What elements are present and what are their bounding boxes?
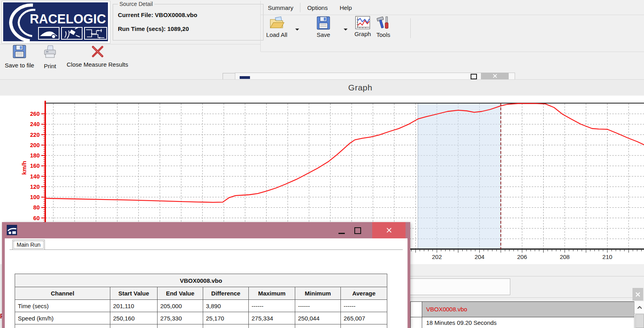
close-red-x-icon bbox=[90, 45, 105, 58]
value-cell: 275,334 bbox=[249, 312, 295, 324]
tools-button[interactable]: Tools bbox=[372, 16, 394, 42]
menu-help[interactable]: Help bbox=[334, 3, 358, 12]
y-axis-label: km/h bbox=[21, 161, 27, 175]
menu-options[interactable]: Options bbox=[301, 3, 334, 12]
y-tick-label: 160 bbox=[30, 163, 40, 169]
save-to-file-label: Save to file bbox=[2, 62, 37, 69]
close-icon bbox=[635, 292, 640, 297]
scrollbar-up-button[interactable] bbox=[634, 301, 644, 314]
logo-satellite-icon bbox=[62, 27, 82, 39]
table-header-row: ChannelStart ValueEnd ValueDifferenceMax… bbox=[15, 287, 387, 300]
column-header: Channel bbox=[15, 287, 110, 300]
print-button[interactable]: Print bbox=[39, 44, 61, 69]
background-window-maximize-button[interactable] bbox=[471, 74, 477, 79]
measure-window-client: Main Run VBOX0008.vboChannelStart ValueE… bbox=[2, 238, 410, 328]
toolbar-bottom-border bbox=[261, 52, 644, 52]
value-cell: 4536,204 bbox=[110, 324, 158, 328]
value-cell: 201,110 bbox=[110, 300, 158, 312]
tools-icon bbox=[376, 16, 391, 30]
measure-results-window: Main Run VBOX0008.vboChannelStart ValueE… bbox=[2, 222, 410, 328]
value-cell: 25,170 bbox=[203, 312, 249, 324]
measure-results-table: VBOX0008.vboChannelStart ValueEnd ValueD… bbox=[15, 274, 387, 328]
value-cell: ------ bbox=[249, 324, 295, 328]
value-cell: ------ bbox=[249, 300, 295, 312]
load-all-dropdown-arrow[interactable] bbox=[295, 29, 299, 31]
value-cell: 3,890 bbox=[203, 300, 249, 312]
close-icon bbox=[386, 227, 392, 233]
y-tick-label: 60 bbox=[33, 215, 40, 221]
background-window-close-button[interactable] bbox=[481, 73, 509, 79]
logo-circuit-icon bbox=[85, 27, 107, 39]
channel-cell: Speed (km/h) bbox=[15, 312, 110, 324]
app-window: RACELOGIC Source Detail Current File: VB… bbox=[0, 0, 644, 328]
x-tick-label: 206 bbox=[517, 253, 527, 260]
run-time-label: Run Time (secs): 1089,20 bbox=[118, 25, 263, 32]
value-cell: 275,330 bbox=[158, 312, 203, 324]
y-tick-label: 200 bbox=[30, 142, 40, 148]
save-button[interactable]: Save bbox=[308, 16, 339, 42]
value-cell: ------ bbox=[295, 300, 341, 312]
x-tick-label: 202 bbox=[432, 253, 442, 260]
table-title: VBOX0008.vbo bbox=[15, 274, 387, 287]
menu-separator bbox=[300, 3, 300, 12]
toolbar-top-border bbox=[261, 15, 644, 15]
close-icon bbox=[493, 74, 497, 78]
value-cell: 205,000 bbox=[158, 300, 203, 312]
racelogic-window-icon bbox=[7, 225, 17, 235]
file-name-header[interactable]: VBOX0008.vbo bbox=[422, 302, 634, 317]
measure-window-titlebar[interactable] bbox=[2, 222, 410, 238]
save-dropdown-arrow[interactable] bbox=[344, 29, 348, 31]
printer-icon bbox=[42, 44, 58, 59]
load-all-label: Load All bbox=[258, 31, 296, 38]
selection-region[interactable] bbox=[418, 104, 501, 249]
save-to-file-button[interactable]: Save to file bbox=[2, 44, 37, 69]
channel-cell: Time (secs) bbox=[15, 300, 110, 312]
background-window-tab bbox=[223, 73, 235, 80]
table-row: Distance (metres)4536,2044823,360287,156… bbox=[15, 324, 387, 328]
tab-page-border bbox=[10, 249, 403, 250]
column-header: Minimum bbox=[295, 287, 341, 300]
graph-panel-title: Graph bbox=[348, 83, 373, 92]
column-header: Average bbox=[341, 287, 387, 300]
list-row-header bbox=[411, 317, 422, 328]
list-scrollbar[interactable] bbox=[634, 301, 644, 328]
minimize-button[interactable] bbox=[338, 233, 345, 234]
bottom-panel-field bbox=[409, 278, 510, 295]
column-header: Difference bbox=[203, 287, 249, 300]
channel-cell: Distance (metres) bbox=[15, 324, 110, 328]
bottom-panel-divider-top bbox=[410, 276, 644, 276]
value-cell: 4823,360 bbox=[158, 324, 203, 328]
close-measure-results-button[interactable]: Close Measure Results bbox=[63, 44, 132, 68]
source-detail-group: Source Detail Current File: VBOX0008.vbo… bbox=[113, 1, 263, 40]
y-tick-label: 180 bbox=[30, 152, 40, 159]
y-tick-label: 240 bbox=[30, 121, 40, 127]
graph-panel-titlebar[interactable]: Graph bbox=[0, 79, 644, 96]
value-cell: 250,160 bbox=[110, 312, 158, 324]
background-window-icon bbox=[240, 76, 250, 79]
panel-close-button[interactable] bbox=[632, 288, 643, 301]
value-cell: ------ bbox=[295, 324, 341, 328]
y-tick-label: 80 bbox=[33, 204, 40, 211]
menu-summary[interactable]: Summary bbox=[262, 3, 299, 12]
speed-trace bbox=[45, 104, 644, 202]
y-tick-label: 260 bbox=[30, 111, 40, 117]
close-button[interactable] bbox=[372, 222, 406, 238]
y-tick-label: 220 bbox=[30, 132, 40, 138]
open-folder-icon bbox=[269, 16, 285, 30]
menu-bar: Summary Options Help bbox=[262, 2, 358, 13]
scrollbar-thumb[interactable] bbox=[635, 314, 644, 328]
duration-row[interactable]: 18 Minutes 09.20 Seconds bbox=[422, 317, 634, 328]
graph-icon bbox=[355, 16, 370, 29]
save-label: Save bbox=[308, 31, 339, 38]
column-header: Start Value bbox=[110, 287, 158, 300]
maximize-button[interactable] bbox=[354, 227, 361, 234]
column-header: Maximum bbox=[249, 287, 295, 300]
save-to-file-floppy-icon bbox=[12, 44, 27, 59]
floppy-icon bbox=[316, 16, 331, 30]
file-summary-list: VBOX0008.vbo 18 Minutes 09.20 Seconds bbox=[410, 301, 634, 328]
tab-main-run[interactable]: Main Run bbox=[12, 240, 45, 250]
load-all-button[interactable]: Load All bbox=[258, 16, 296, 42]
toolbar-separator bbox=[410, 18, 411, 38]
value-cell: ------ bbox=[341, 300, 387, 312]
list-row-header bbox=[411, 302, 422, 317]
